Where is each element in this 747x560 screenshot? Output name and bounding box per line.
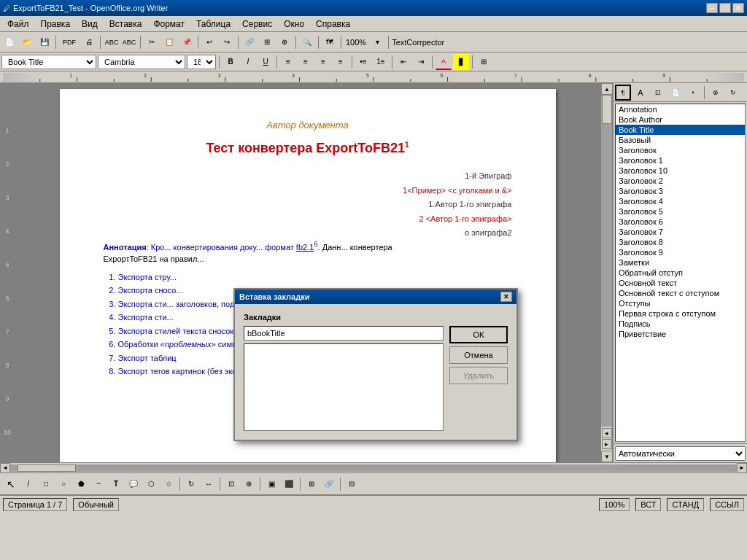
menu-tools[interactable]: Сервис: [236, 16, 278, 31]
callout-tool-button[interactable]: 💬: [125, 476, 142, 492]
undo-button[interactable]: ↩: [201, 34, 217, 50]
h-scrollbar[interactable]: ◄ ►: [0, 462, 747, 472]
underline-button[interactable]: U: [258, 54, 274, 70]
style-book-title[interactable]: Book Title: [616, 125, 745, 135]
snap-grid-button[interactable]: ⊞: [303, 476, 320, 492]
text-tool-button[interactable]: T: [108, 476, 124, 492]
scroll-thumb[interactable]: [602, 95, 612, 124]
mode-hyperlink[interactable]: ССЫЛ: [710, 498, 744, 511]
gluepoints-button[interactable]: ⊕: [241, 476, 257, 492]
style-body[interactable]: Основной текст: [616, 278, 745, 288]
open-button[interactable]: 📂: [19, 34, 35, 50]
menu-table[interactable]: Таблица: [190, 16, 236, 31]
style-dropdown[interactable]: Book Title: [1, 55, 96, 69]
spell2-button[interactable]: ABC: [121, 34, 137, 50]
scroll-up-button[interactable]: ▲: [601, 83, 613, 95]
curve-tool-button[interactable]: ~: [90, 476, 107, 492]
menu-insert[interactable]: Вставка: [104, 16, 148, 31]
shadow-button[interactable]: ▣: [263, 476, 279, 492]
style-annotation[interactable]: Annotation: [616, 104, 745, 114]
save-button[interactable]: 💾: [36, 34, 53, 50]
mode-standard[interactable]: СТАНД: [667, 498, 704, 511]
find-button[interactable]: 🔍: [299, 34, 315, 50]
style-greeting[interactable]: Приветствие: [616, 329, 745, 339]
style-heading6[interactable]: Заголовок 6: [616, 217, 745, 227]
numbered-list-button[interactable]: 1≡: [373, 54, 389, 70]
align-button[interactable]: ⊟: [344, 476, 360, 492]
align-right-button[interactable]: ≡: [315, 54, 331, 70]
select-mode-button[interactable]: ↖: [3, 476, 19, 492]
align-center-button[interactable]: ≡: [298, 54, 314, 70]
font-dropdown[interactable]: Cambria: [98, 55, 185, 69]
style-back-indent[interactable]: Обратный отступ: [616, 268, 745, 278]
hyperlink-button[interactable]: 🔗: [241, 34, 258, 50]
pdf-button[interactable]: PDF: [59, 34, 80, 50]
h-scroll-thumb[interactable]: [18, 464, 76, 472]
cut-button[interactable]: ✂: [144, 34, 160, 50]
spell-button[interactable]: ABC: [104, 34, 120, 50]
para-styles-button[interactable]: ¶: [615, 85, 631, 101]
style-body-indent[interactable]: Основной текст с отступом: [616, 288, 745, 298]
basic-shapes-button[interactable]: ⬡: [143, 476, 159, 492]
right-panel-footer[interactable]: Автоматически: [614, 443, 747, 462]
menu-window[interactable]: Окно: [278, 16, 310, 31]
style-heading3[interactable]: Заголовок 3: [616, 186, 745, 196]
style-filter-dropdown[interactable]: Автоматически: [615, 446, 746, 461]
navigator-button[interactable]: 🗺: [322, 34, 338, 50]
bookmark-listbox[interactable]: [244, 343, 444, 431]
new-style-button[interactable]: ⊕: [708, 85, 724, 101]
extra1-button[interactable]: ⊞: [476, 54, 492, 70]
indent-less-button[interactable]: ⇤: [395, 54, 411, 70]
style-heading10[interactable]: Заголовок 10: [616, 166, 745, 176]
style-heading9[interactable]: Заголовок 9: [616, 247, 745, 257]
points-button[interactable]: ⊡: [223, 476, 239, 492]
style-heading8[interactable]: Заголовок 8: [616, 237, 745, 247]
close-button[interactable]: ✕: [732, 3, 744, 13]
cancel-button[interactable]: Отмена: [449, 346, 508, 364]
line-tool-button[interactable]: /: [20, 476, 36, 492]
doc-scrollbar[interactable]: ▲ ◂ ▸ ▼: [600, 83, 612, 462]
scroll-right-button[interactable]: ►: [737, 463, 747, 473]
menu-view[interactable]: Вид: [76, 16, 104, 31]
menu-format[interactable]: Формат: [147, 16, 190, 31]
print-button[interactable]: 🖨: [81, 34, 97, 50]
3d-button[interactable]: ⬛: [281, 476, 297, 492]
bookmark-input[interactable]: [244, 326, 444, 341]
dialog-close-button[interactable]: ✕: [500, 292, 512, 302]
zoom-dropdown[interactable]: ▾: [369, 34, 385, 50]
polygon-tool-button[interactable]: ⬟: [73, 476, 89, 492]
insert-button[interactable]: ⊕: [276, 34, 293, 50]
update-style-button[interactable]: ↻: [725, 85, 741, 101]
ellipse-tool-button[interactable]: ○: [55, 476, 71, 492]
copy-button[interactable]: 📋: [161, 34, 177, 50]
scroll-track[interactable]: [601, 95, 612, 427]
bullet-list-button[interactable]: •≡: [355, 54, 371, 70]
style-heading2[interactable]: Заголовок 2: [616, 176, 745, 186]
style-heading[interactable]: Заголовок: [616, 145, 745, 155]
style-signature[interactable]: Подпись: [616, 319, 745, 329]
styles-list[interactable]: Annotation Book Author Book Title Базовы…: [615, 104, 746, 442]
snap-button[interactable]: 🔗: [321, 476, 337, 492]
font-color-button[interactable]: A: [436, 54, 452, 70]
align-left-button[interactable]: ≡: [280, 54, 296, 70]
italic-button[interactable]: I: [240, 54, 256, 70]
menu-file[interactable]: Файл: [1, 16, 35, 31]
scroll-left-button[interactable]: ◄: [0, 463, 10, 473]
new-button[interactable]: 📄: [1, 34, 18, 50]
rect-tool-button[interactable]: □: [38, 476, 54, 492]
style-heading7[interactable]: Заголовок 7: [616, 227, 745, 237]
style-book-author[interactable]: Book Author: [616, 114, 745, 125]
bold-button[interactable]: B: [222, 54, 239, 70]
ok-button[interactable]: ОК: [449, 326, 508, 343]
style-bazovyi[interactable]: Базовый: [616, 135, 745, 145]
symbol-shapes-button[interactable]: ☆: [160, 476, 177, 492]
justify-button[interactable]: ≡: [333, 54, 349, 70]
redo-button[interactable]: ↪: [219, 34, 235, 50]
frame-styles-button[interactable]: ⊡: [650, 85, 666, 101]
menu-help[interactable]: Справка: [310, 16, 356, 31]
page-styles-button[interactable]: 📄: [667, 85, 684, 101]
style-first-line[interactable]: Первая строка с отступом: [616, 308, 745, 319]
list-styles-button[interactable]: •: [685, 85, 701, 101]
char-styles-button[interactable]: A: [632, 85, 649, 101]
maximize-button[interactable]: □: [719, 3, 731, 13]
